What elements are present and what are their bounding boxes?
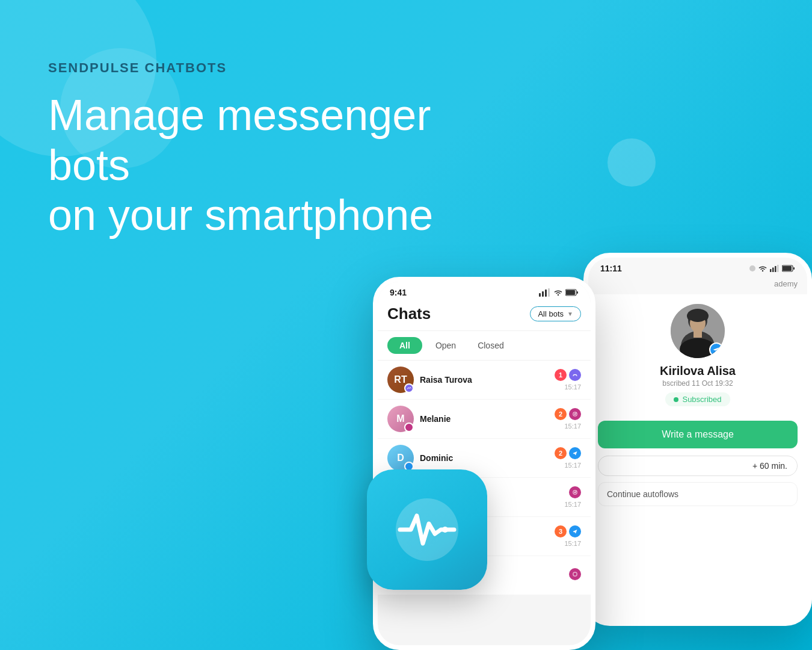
chat-info: Melanie	[420, 414, 549, 424]
chat-count-row	[569, 568, 581, 580]
chats-header: Chats All bots ▼	[378, 300, 591, 331]
avatar: D	[387, 445, 414, 471]
signal-icon	[770, 265, 780, 272]
svg-point-19	[576, 491, 576, 492]
messenger-platform-badge	[404, 383, 414, 393]
telegram-icon	[712, 345, 721, 354]
front-status-time: 9:41	[390, 288, 407, 297]
chat-item[interactable]: M Melanie 2 15:17	[378, 400, 591, 439]
filter-tabs: All Open Closed	[378, 331, 591, 361]
battery-icon	[782, 265, 795, 272]
chat-name: Raisa Turova	[420, 375, 549, 385]
avatar: M	[387, 406, 414, 432]
platform-icon	[569, 568, 581, 580]
platform-icon	[569, 408, 581, 420]
dot-icon	[749, 265, 755, 271]
phone-front: 9:41	[373, 277, 595, 650]
svg-rect-7	[566, 290, 575, 295]
brand-label: SENDPULSE CHATBOTS	[48, 60, 469, 76]
instagram-platform-badge	[404, 422, 414, 432]
unread-count-badge: 2	[555, 447, 567, 459]
unread-count-badge: 3	[555, 525, 567, 537]
chat-count-row: 2	[555, 447, 581, 459]
headline-line1: Manage messenger bots	[48, 91, 431, 189]
chat-meta: 2 15:17	[555, 408, 581, 430]
svg-rect-26	[770, 269, 772, 272]
contact-name: Kirilova Alisa	[660, 364, 736, 378]
svg-rect-27	[772, 268, 774, 273]
svg-rect-4	[545, 289, 547, 297]
all-bots-button[interactable]: All bots ▼	[530, 306, 581, 321]
contact-header: ademy	[588, 276, 807, 294]
chat-time: 15:17	[564, 462, 581, 469]
chat-meta: 15:17	[564, 486, 581, 508]
svg-rect-5	[548, 288, 550, 297]
subscribed-text: Subscribed	[682, 395, 721, 404]
chat-meta: 1 15:17	[555, 369, 581, 391]
phones-container: 9:41	[343, 241, 812, 650]
chat-time: 15:17	[564, 501, 581, 508]
chat-time: 15:17	[564, 422, 581, 430]
chat-count-row: 1	[555, 369, 581, 381]
contact-subscribed-date: bscribed 11 Oct 19:32	[662, 379, 733, 388]
chat-meta: 3 15:17	[555, 525, 581, 547]
chat-time: 15:17	[564, 540, 581, 547]
unread-count-badge: 2	[555, 408, 567, 420]
svg-rect-8	[577, 291, 578, 294]
chat-info: Dominic	[420, 453, 549, 463]
svg-rect-31	[783, 266, 792, 271]
svg-point-1	[442, 527, 448, 533]
svg-point-25	[749, 265, 755, 271]
telegram-badge	[709, 342, 724, 357]
chat-name: Melanie	[420, 414, 549, 424]
all-bots-label: All bots	[538, 309, 564, 318]
battery-icon	[565, 289, 579, 296]
contact-avatar	[671, 304, 725, 358]
chat-item[interactable]: RT Raisa Turova 1 15:17	[378, 361, 591, 400]
platform-icon	[569, 369, 581, 381]
wifi-icon	[553, 289, 563, 296]
chat-count-row: 2	[555, 408, 581, 420]
phone-back: 11:11	[583, 253, 812, 626]
tab-closed[interactable]: Closed	[469, 337, 512, 354]
contact-avatar-section: Kirilova Alisa bscribed 11 Oct 19:32 Sub…	[588, 294, 807, 413]
platform-icon	[569, 447, 581, 459]
svg-point-14	[576, 413, 576, 413]
autoflow-text: Continue autoflows	[607, 489, 678, 499]
back-status-bar: 11:11	[588, 258, 807, 276]
front-status-bar: 9:41	[378, 282, 591, 300]
time-extend-label: + 60 min.	[752, 461, 787, 471]
write-message-label: Write a message	[662, 429, 734, 440]
write-message-button[interactable]: Write a message	[598, 421, 798, 448]
chat-meta	[569, 568, 581, 583]
chat-time: 15:17	[564, 383, 581, 391]
academy-text: ademy	[774, 279, 798, 288]
svg-rect-2	[539, 293, 541, 297]
svg-point-18	[574, 492, 576, 493]
chat-count-row: 3	[555, 525, 581, 537]
wifi-icon	[758, 265, 767, 272]
autoflow-section: Continue autoflows	[598, 482, 798, 506]
chat-name: Dominic	[420, 453, 549, 463]
svg-rect-32	[793, 267, 795, 270]
tab-all[interactable]: All	[387, 337, 422, 354]
subscribed-badge: Subscribed	[665, 392, 730, 406]
svg-rect-29	[777, 265, 779, 272]
chevron-down-icon: ▼	[567, 311, 573, 317]
tab-open[interactable]: Open	[427, 337, 464, 354]
headline-line2: on your smartphone	[48, 191, 433, 239]
signal-icon	[539, 288, 551, 297]
header-section: SENDPULSE CHATBOTS Manage messenger bots…	[48, 60, 469, 240]
unread-count-badge: 1	[555, 369, 567, 381]
bg-circle-3	[607, 138, 656, 187]
back-status-icons	[749, 265, 795, 272]
chat-meta: 2 15:17	[555, 447, 581, 469]
chats-title: Chats	[387, 305, 431, 323]
svg-point-39	[688, 310, 707, 322]
front-status-icons	[539, 288, 579, 297]
chat-count-row	[569, 486, 581, 498]
svg-point-23	[571, 571, 579, 578]
svg-rect-28	[775, 266, 777, 272]
svg-point-13	[574, 413, 576, 415]
time-extend-button[interactable]: + 60 min.	[598, 456, 798, 476]
